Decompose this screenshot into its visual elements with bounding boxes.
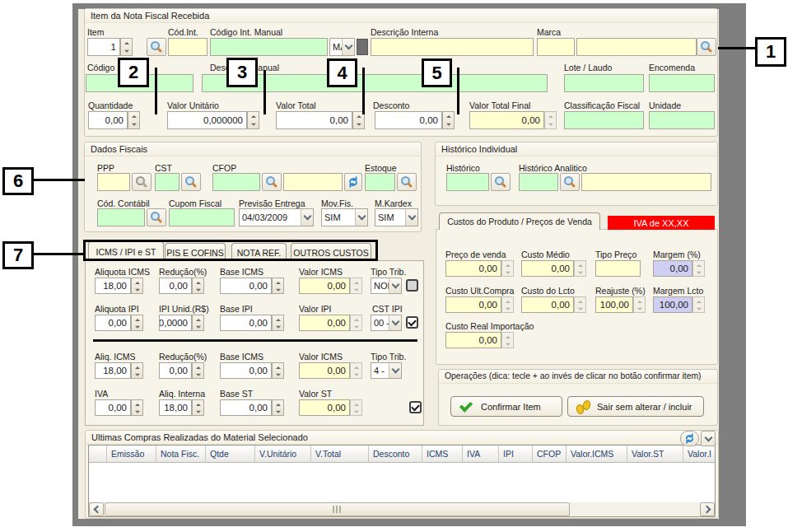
custo-lcto-field[interactable]: 0,00	[521, 296, 574, 313]
marca-field[interactable]	[537, 38, 575, 56]
col-emissao[interactable]: Emissão	[107, 446, 156, 463]
col-desconto[interactable]: Desconto	[369, 446, 422, 463]
valor-unitario-field[interactable]: 0,000000	[167, 111, 247, 129]
tipo-item-combo[interactable]: MA	[329, 38, 355, 56]
col-valor-ipi[interactable]: Valor.I	[683, 446, 715, 463]
historico-analitico-search-button[interactable]	[560, 173, 580, 191]
scroll-left-button[interactable]	[89, 502, 104, 516]
cst-ipi-combo[interactable]: 00 -	[371, 315, 402, 331]
estoque-field[interactable]	[365, 173, 395, 191]
desconto-spinner[interactable]	[442, 111, 455, 129]
tipo-trib1-combo[interactable]: NOR	[371, 278, 402, 294]
sair-button[interactable]: Sair sem alterar / incluir	[567, 396, 704, 417]
col-iva[interactable]: IVA	[463, 446, 499, 463]
tab-custos-produto[interactable]: Custos do Produto / Preços de Venda	[439, 212, 600, 230]
base-ipi-field[interactable]: 0,00	[220, 315, 272, 331]
col-valor-icms[interactable]: Valor.ICMS	[567, 446, 627, 463]
lote-laudo-field[interactable]	[564, 74, 644, 92]
scroll-right-button[interactable]	[700, 502, 715, 516]
valor-unitario-spinner[interactable]	[247, 111, 259, 129]
cfop-field[interactable]	[212, 173, 260, 191]
previsao-entrega-combo[interactable]: 04/03/2009	[239, 208, 314, 226]
codigo-int-manual-field[interactable]	[210, 38, 328, 56]
base-icms1-field[interactable]: 0,00	[220, 278, 272, 294]
reducao1-field[interactable]: 0,00	[159, 278, 192, 294]
reajuste-field[interactable]: 100,00	[595, 296, 633, 313]
tipo-preco-field[interactable]	[595, 260, 641, 277]
desconto-field[interactable]: 0,00	[375, 111, 442, 129]
classificacao-fiscal-field[interactable]	[564, 111, 644, 129]
ppp-field[interactable]	[97, 173, 130, 191]
cst-search-button[interactable]	[181, 173, 201, 191]
tipo-trib1-checkbox[interactable]	[406, 279, 418, 292]
ipi-unid-spinner[interactable]	[192, 315, 204, 331]
reducao1-spinner[interactable]	[192, 278, 204, 294]
custo-medio-field[interactable]: 0,00	[521, 260, 574, 277]
unidade-field[interactable]	[649, 111, 715, 129]
custo-real-field[interactable]: 0,00	[445, 332, 501, 348]
encomenda-field[interactable]	[649, 74, 715, 92]
base-icms2-field[interactable]: 0,00	[220, 362, 272, 379]
base-st-spinner[interactable]	[272, 399, 284, 416]
base-icms2-spinner[interactable]	[272, 362, 284, 379]
compras-refresh-button[interactable]	[680, 431, 699, 446]
base-ipi-spinner[interactable]	[272, 315, 284, 331]
historico-search-button[interactable]	[491, 173, 511, 191]
iva-spinner[interactable]	[131, 399, 143, 416]
chevron-down-icon[interactable]	[355, 209, 367, 226]
quantidade-field[interactable]: 0,00	[88, 111, 128, 129]
aliq-icms2-spinner[interactable]	[131, 362, 143, 379]
item-search-button[interactable]	[147, 38, 166, 56]
estoque-search-button[interactable]	[397, 173, 417, 191]
cod-contabil-search-button[interactable]	[147, 208, 166, 226]
col-cfop[interactable]: CFOP	[533, 446, 567, 463]
col-nota-fisc[interactable]: Nota Fisc.	[156, 446, 206, 463]
cfop-descricao-field[interactable]	[283, 173, 343, 191]
cst-ipi-checkbox[interactable]	[406, 316, 418, 329]
aliq-interna-spinner[interactable]	[192, 399, 204, 416]
cod-int-field[interactable]	[168, 38, 207, 56]
quantidade-spinner[interactable]	[128, 111, 140, 129]
base-st-field[interactable]: 0,00	[220, 399, 272, 416]
aliquota-icms-spinner[interactable]	[131, 278, 143, 294]
aliquota-ipi-field[interactable]: 0,00	[95, 315, 131, 331]
cfop-search-button[interactable]	[262, 173, 282, 191]
st-checkbox[interactable]	[409, 401, 422, 413]
item-input[interactable]: 1	[87, 38, 120, 56]
m-kardex-combo[interactable]: SIM	[375, 208, 418, 226]
aliq-interna-field[interactable]: 18,00	[159, 399, 192, 416]
valor-total-field[interactable]: 0,00	[276, 111, 352, 129]
col-icms[interactable]: ICMS	[422, 446, 463, 463]
confirmar-item-button[interactable]: Confirmar Item	[450, 396, 562, 417]
reducao2-spinner[interactable]	[192, 362, 204, 379]
cupom-fiscal-field[interactable]	[169, 208, 235, 226]
cod-contabil-field[interactable]	[97, 208, 145, 226]
base-icms1-spinner[interactable]	[272, 278, 284, 294]
cfop-refresh-button[interactable]	[344, 173, 362, 191]
cst-field[interactable]	[155, 173, 180, 191]
historico-field[interactable]	[446, 173, 489, 191]
tipo-trib2-combo[interactable]: 4 -	[371, 362, 402, 379]
descricao-interna-field[interactable]	[371, 38, 534, 56]
col-ipi[interactable]: IPI	[499, 446, 533, 463]
mov-fis-combo[interactable]: SIM	[321, 208, 368, 226]
ipi-unid-field[interactable]: 0,0000	[159, 315, 192, 331]
chevron-down-icon[interactable]	[389, 315, 401, 330]
scrollbar-thumb[interactable]	[105, 502, 570, 516]
iva-field[interactable]: 0,00	[95, 399, 131, 416]
marca-descricao-field[interactable]	[576, 38, 697, 56]
chevron-down-icon[interactable]	[301, 209, 313, 226]
col-v-unitario[interactable]: V.Unitário	[255, 446, 311, 463]
aliquota-icms-field[interactable]: 18,00	[95, 278, 131, 294]
preco-venda-field[interactable]: 0,00	[445, 260, 501, 277]
chevron-down-icon[interactable]	[389, 278, 401, 293]
chevron-down-icon[interactable]	[389, 363, 401, 378]
historico-analitico-field[interactable]	[519, 173, 558, 191]
col-valor-st[interactable]: Valor.ST	[627, 446, 683, 463]
chevron-down-icon[interactable]	[342, 39, 354, 55]
custo-ult-compra-field[interactable]: 0,00	[445, 296, 501, 313]
col-v-total[interactable]: V.Total	[311, 446, 369, 463]
aliq-icms2-field[interactable]: 18,00	[95, 362, 131, 379]
chevron-down-icon[interactable]	[405, 209, 417, 226]
aliquota-ipi-spinner[interactable]	[131, 315, 143, 331]
